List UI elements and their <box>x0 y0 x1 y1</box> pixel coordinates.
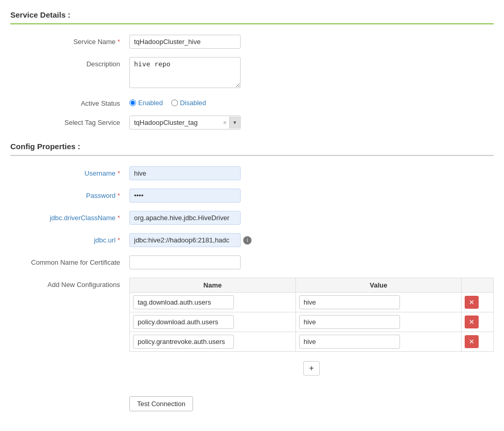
add-config-label: Add New Configurations <box>10 278 129 289</box>
common-name-label: Common Name for Certificate <box>10 255 129 266</box>
username-required-star: * <box>117 169 120 177</box>
service-details-section: Service Details : Service Name * Descrip… <box>10 10 494 130</box>
service-details-header: Service Details : <box>10 10 494 24</box>
remove-config-button[interactable]: ✕ <box>465 335 479 348</box>
config-table-cell <box>295 293 462 312</box>
description-label: Description <box>10 57 129 68</box>
common-name-input[interactable] <box>129 255 241 269</box>
tag-service-toggle-icon[interactable]: ▾ <box>229 117 240 128</box>
enabled-option[interactable]: Enabled <box>129 99 163 107</box>
service-name-label: Service Name * <box>10 35 129 46</box>
config-name-input[interactable] <box>133 295 234 309</box>
config-table-row: ✕ <box>130 332 494 352</box>
service-name-row: Service Name * <box>10 35 494 49</box>
enabled-radio[interactable] <box>129 99 136 106</box>
jdbc-url-info-icon[interactable]: i <box>243 236 251 245</box>
config-value-header: Value <box>295 278 462 293</box>
password-label: Password * <box>10 189 129 199</box>
tag-service-row: Select Tag Service tqHadoopCluster_tag ×… <box>10 116 494 130</box>
config-action-header <box>462 278 494 293</box>
config-name-input[interactable] <box>133 315 234 329</box>
jdbc-url-wrapper: i <box>129 233 251 247</box>
config-table-cell <box>295 312 462 332</box>
test-connection-button[interactable]: Test Connection <box>129 396 193 411</box>
config-action-cell: ✕ <box>462 312 494 332</box>
add-row-cell: + <box>129 352 494 376</box>
config-action-cell: ✕ <box>462 293 494 312</box>
add-config-button[interactable]: + <box>303 361 319 376</box>
config-name-header: Name <box>130 278 296 293</box>
config-table-cell <box>295 332 462 352</box>
active-status-label: Active Status <box>10 96 129 107</box>
jdbc-url-label: jdbc.url * <box>10 233 129 244</box>
description-row: Description hive repo <box>10 57 494 88</box>
config-value-input[interactable] <box>299 315 400 329</box>
jdbc-url-required-star: * <box>117 236 120 244</box>
jdbc-driver-row: jdbc.driverClassName * <box>10 211 494 225</box>
tag-service-value: tqHadoopCluster_tag <box>130 116 220 129</box>
config-properties-section: Config Properties : Username * Password … <box>10 142 494 376</box>
add-config-row: Add New Configurations Name Value ✕✕✕ + <box>10 278 494 376</box>
config-table: Name Value ✕✕✕ <box>129 278 494 352</box>
password-input[interactable] <box>129 189 241 203</box>
config-value-input[interactable] <box>299 335 400 349</box>
remove-config-button[interactable]: ✕ <box>465 315 479 328</box>
enabled-label: Enabled <box>138 99 163 107</box>
jdbc-driver-label: jdbc.driverClassName * <box>10 211 129 222</box>
config-properties-header: Config Properties : <box>10 142 494 156</box>
password-required-star: * <box>117 192 120 199</box>
tag-service-label: Select Tag Service <box>10 116 129 126</box>
active-status-radio-group: Enabled Disabled <box>129 96 206 107</box>
service-name-input[interactable] <box>129 35 241 49</box>
password-row: Password * <box>10 189 494 203</box>
page-container: Service Details : Service Name * Descrip… <box>0 0 504 427</box>
description-input[interactable]: hive repo <box>129 57 241 88</box>
jdbc-driver-input[interactable] <box>129 211 241 225</box>
active-status-row: Active Status Enabled Disabled <box>10 96 494 107</box>
jdbc-url-input[interactable] <box>129 233 241 247</box>
username-label: Username * <box>10 166 129 177</box>
config-table-row: ✕ <box>130 293 494 312</box>
tag-service-clear-icon[interactable]: × <box>220 119 229 126</box>
jdbc-url-row: jdbc.url * i <box>10 233 494 247</box>
config-table-header-row: Name Value <box>130 278 494 293</box>
disabled-option[interactable]: Disabled <box>171 99 206 107</box>
config-table-row: ✕ <box>130 312 494 332</box>
remove-config-button[interactable]: ✕ <box>465 296 479 309</box>
disabled-radio[interactable] <box>171 99 178 106</box>
config-table-cell <box>130 312 296 332</box>
jdbc-driver-required-star: * <box>117 214 120 222</box>
username-row: Username * <box>10 166 494 180</box>
disabled-label: Disabled <box>180 99 206 107</box>
username-input[interactable] <box>129 166 241 180</box>
config-table-cell <box>130 293 296 312</box>
config-name-input[interactable] <box>133 335 234 349</box>
config-action-cell: ✕ <box>462 332 494 352</box>
tag-service-wrapper: tqHadoopCluster_tag × ▾ <box>129 116 241 130</box>
config-value-input[interactable] <box>299 295 400 309</box>
config-table-wrapper: Name Value ✕✕✕ + <box>129 278 494 376</box>
config-table-cell <box>130 332 296 352</box>
required-star: * <box>117 38 120 46</box>
common-name-row: Common Name for Certificate <box>10 255 494 269</box>
